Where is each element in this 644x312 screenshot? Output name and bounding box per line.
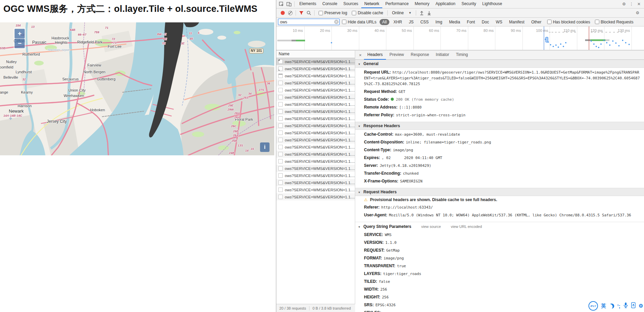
detail-tab[interactable]: Timing: [452, 51, 471, 60]
request-row[interactable]: ows?SERVICE=WMS&VERSION=1.1....: [276, 94, 355, 101]
request-row[interactable]: ows?SERVICE=WMS&VERSION=1.1....: [276, 101, 355, 108]
request-name: ows?SERVICE=WMS&VERSION=1.1....: [285, 67, 355, 71]
detail-tab[interactable]: Response: [407, 51, 432, 60]
openlayers-map[interactable]: CliftonPassaicHasbrouckHeightsRidgefield…: [0, 22, 274, 155]
devtools-tab[interactable]: Performance: [382, 0, 412, 8]
response-headers-section-header[interactable]: ▼ Response Headers: [355, 122, 644, 130]
type-filter[interactable]: Doc: [479, 19, 492, 25]
type-filter[interactable]: XHR: [391, 19, 405, 25]
query-string-section-header[interactable]: ▼ Query String Parameters view source vi…: [355, 222, 644, 230]
request-row[interactable]: ows?SERVICE=WMS&VERSION=1.1....: [276, 58, 355, 65]
request-row[interactable]: ows?SERVICE=WMS&VERSION=1.1....: [276, 151, 355, 158]
header-name: Referrer Policy:: [364, 113, 394, 117]
detail-tab[interactable]: Preview: [386, 51, 407, 60]
zoom-out-button[interactable]: −: [15, 39, 25, 48]
network-settings-gear-icon[interactable]: ⚙: [634, 9, 641, 16]
devtools-tab[interactable]: Application: [432, 0, 458, 8]
devtools-tab[interactable]: Elements: [296, 0, 319, 8]
request-row[interactable]: ows?SERVICE=WMS&VERSION=1.1....: [276, 108, 355, 115]
view-source-link[interactable]: view source: [421, 225, 441, 229]
general-section-header[interactable]: ▼ General: [355, 60, 644, 68]
ime-language-toggle[interactable]: 英: [601, 303, 606, 309]
view-url-encoded-link[interactable]: view URL encoded: [451, 225, 482, 229]
voice-keyboard-icon[interactable]: [631, 302, 636, 310]
request-headers-section-header[interactable]: ▼ Request Headers: [355, 188, 644, 196]
map-label: 28A: [234, 116, 240, 119]
header-value: GET: [399, 90, 405, 94]
has-blocked-cookies-checkbox[interactable]: Has blocked cookies: [547, 20, 590, 24]
header-value: max-age=3600, must-revalidate: [395, 132, 460, 137]
ime-settings-gear-icon[interactable]: ⚙: [639, 303, 643, 309]
settings-gear-icon[interactable]: ⚙: [620, 1, 628, 7]
request-row[interactable]: ows?SERVICE=WMS&VERSION=1.1....: [276, 115, 355, 122]
export-har-icon[interactable]: [425, 9, 433, 16]
request-row[interactable]: ows?SERVICE=WMS&VERSION=1.1....: [276, 172, 355, 179]
request-row[interactable]: ows?SERVICE=WMS&VERSION=1.1....: [276, 136, 355, 143]
device-toolbar-icon[interactable]: [285, 1, 293, 7]
devtools-tab[interactable]: Security: [458, 0, 479, 8]
has-blocked-cookies-input[interactable]: [547, 20, 552, 24]
zoom-in-button[interactable]: +: [15, 29, 25, 38]
type-filter[interactable]: All: [380, 19, 389, 25]
inspect-icon[interactable]: [278, 1, 285, 7]
request-row[interactable]: ows?SERVICE=WMS&VERSION=1.1....: [276, 186, 355, 193]
type-filter[interactable]: Font: [464, 19, 478, 25]
blocked-requests-checkbox[interactable]: Blocked Requests: [595, 20, 634, 24]
ime-logo[interactable]: iFLY: [588, 301, 598, 311]
type-filter[interactable]: Other: [529, 19, 544, 25]
name-column-header[interactable]: Name: [276, 51, 355, 58]
type-filter[interactable]: Img: [433, 19, 445, 25]
close-devtools-icon[interactable]: ✕: [635, 1, 643, 7]
type-filter[interactable]: Manifest: [507, 19, 527, 25]
clear-button[interactable]: [286, 9, 294, 16]
request-name: ows?SERVICE=WMS&VERSION=1.1....: [285, 138, 355, 142]
devtools-tab[interactable]: Network: [361, 0, 382, 8]
request-row[interactable]: ows?SERVICE=WMS&VERSION=1.1....: [276, 129, 355, 136]
search-icon[interactable]: [305, 9, 313, 16]
request-row[interactable]: ows?SERVICE=WMS&VERSION=1.1....: [276, 143, 355, 151]
preserve-log-checkbox[interactable]: Preserve log: [319, 11, 347, 15]
map-label: Secaucus: [62, 77, 79, 81]
devtools-tab[interactable]: Sources: [340, 0, 361, 8]
close-detail-icon[interactable]: ×: [357, 53, 364, 58]
disable-cache-input[interactable]: [352, 11, 356, 15]
type-filter[interactable]: WS: [493, 19, 505, 25]
devtools-tab[interactable]: Lighthouse: [479, 0, 505, 8]
header-value: strict-origin-when-cross-origin: [396, 113, 465, 117]
devtools-tab[interactable]: Console: [319, 0, 340, 8]
detail-tab[interactable]: Initiator: [432, 51, 452, 60]
clear-filter-icon[interactable]: ✕: [334, 20, 339, 24]
map-label: Harrison: [18, 104, 32, 108]
request-row[interactable]: ows?SERVICE=WMS&VERSION=1.1....: [276, 193, 355, 200]
kebab-menu-icon[interactable]: ⋮: [628, 1, 635, 7]
request-row[interactable]: ows?SERVICE=WMS&VERSION=1.1....: [276, 72, 355, 79]
request-row[interactable]: ows?SERVICE=WMS&VERSION=1.1....: [276, 79, 355, 86]
attribution-button[interactable]: i: [260, 142, 270, 152]
devtools-tab[interactable]: Memory: [412, 0, 432, 8]
disable-cache-checkbox[interactable]: Disable cache: [352, 11, 383, 15]
hide-data-urls-checkbox[interactable]: Hide data URLs: [342, 20, 377, 24]
request-row[interactable]: ows?SERVICE=WMS&VERSION=1.1....: [276, 122, 355, 129]
moon-icon[interactable]: [608, 303, 615, 309]
request-row[interactable]: ows?SERVICE=WMS&VERSION=1.1....: [276, 65, 355, 72]
type-filter[interactable]: CSS: [417, 19, 431, 25]
type-filter[interactable]: JS: [406, 19, 416, 25]
request-row[interactable]: ows?SERVICE=WMS&VERSION=1.1....: [276, 158, 355, 165]
import-har-icon[interactable]: [418, 9, 425, 16]
filter-input[interactable]: ows ✕: [278, 19, 340, 25]
type-filter[interactable]: Media: [446, 19, 463, 25]
network-overview[interactable]: 10 ms20 ms30 ms40 ms50 ms60 ms70 ms80 ms…: [276, 26, 644, 50]
request-row[interactable]: ows?SERVICE=WMS&VERSION=1.1....: [276, 86, 355, 94]
filter-funnel-icon[interactable]: [298, 9, 305, 16]
request-row[interactable]: ows?SERVICE=WMS&VERSION=1.1....: [276, 179, 355, 186]
blocked-requests-input[interactable]: [595, 20, 599, 24]
record-button[interactable]: [279, 9, 286, 16]
microphone-icon[interactable]: [623, 302, 628, 310]
ime-toolbar: iFLY 英 ’; ⚙: [588, 300, 644, 311]
request-row[interactable]: ows?SERVICE=WMS&VERSION=1.1....: [276, 165, 355, 172]
ime-punctuation-toggle[interactable]: ’;: [617, 303, 620, 309]
hide-data-urls-input[interactable]: [342, 20, 346, 24]
detail-tab[interactable]: Headers: [364, 51, 386, 60]
preserve-log-input[interactable]: [319, 11, 323, 15]
throttling-dropdown[interactable]: Online ▼: [392, 11, 412, 15]
